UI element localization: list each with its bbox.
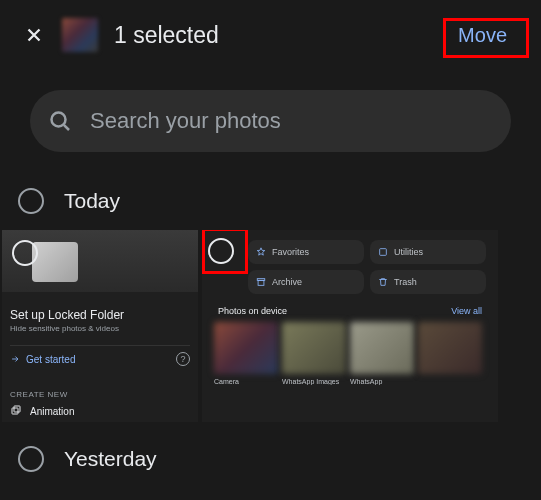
pill-trash[interactable]: Trash: [370, 270, 486, 294]
locked-folder-subtitle: Hide sensitive photos & videos: [10, 324, 190, 333]
pill-utilities[interactable]: Utilities: [370, 240, 486, 264]
device-thumb[interactable]: [418, 322, 482, 374]
svg-rect-3: [380, 249, 387, 256]
svg-rect-2: [14, 406, 20, 412]
device-labels: Camera WhatsApp Images WhatsApp: [208, 374, 492, 389]
create-new-header: CREATE NEW: [2, 390, 198, 399]
close-icon[interactable]: [22, 23, 46, 47]
select-thumb-radio[interactable]: [12, 240, 38, 266]
device-thumb[interactable]: [350, 322, 414, 374]
animation-row[interactable]: Animation: [2, 399, 198, 422]
section-title-today: Today: [64, 189, 120, 213]
move-button[interactable]: Move: [446, 20, 519, 51]
animation-label: Animation: [30, 406, 74, 417]
pill-archive[interactable]: Archive: [248, 270, 364, 294]
help-icon[interactable]: ?: [176, 352, 190, 366]
pill-label: Archive: [272, 277, 302, 287]
library-card-inner: Favorites Utilities Archive Trash Photos…: [202, 230, 498, 395]
photos-on-device-row: Photos on device View all: [208, 304, 492, 322]
section-header-today: Today: [0, 182, 541, 230]
thumbnail-card-locked-folder[interactable]: Set up Locked Folder Hide sensitive phot…: [2, 230, 198, 422]
pill-favorites[interactable]: Favorites: [248, 240, 364, 264]
locked-folder-action-row: Get started ?: [10, 345, 190, 372]
thumbnail-card-library[interactable]: Favorites Utilities Archive Trash Photos…: [202, 230, 498, 422]
pill-label: Favorites: [272, 247, 309, 257]
search-placeholder: Search your photos: [90, 108, 281, 134]
photos-on-device-label: Photos on device: [218, 306, 287, 316]
device-thumb[interactable]: [282, 322, 346, 374]
selected-count-text: 1 selected: [114, 22, 219, 49]
device-label: WhatsApp: [350, 378, 414, 385]
select-all-yesterday-radio[interactable]: [18, 446, 44, 472]
pill-label: Trash: [394, 277, 417, 287]
search-icon: [48, 109, 72, 133]
library-pill-grid: Favorites Utilities Archive Trash: [208, 236, 492, 304]
device-thumb[interactable]: [214, 322, 278, 374]
locked-folder-body: Set up Locked Folder Hide sensitive phot…: [2, 300, 198, 380]
view-all-link[interactable]: View all: [451, 306, 482, 316]
get-started-label: Get started: [26, 354, 75, 365]
svg-rect-1: [12, 408, 18, 414]
device-thumbnails: [208, 322, 492, 374]
svg-point-0: [52, 113, 66, 127]
search-bar[interactable]: Search your photos: [30, 90, 511, 152]
device-label: Camera: [214, 378, 278, 385]
section-header-yesterday: Yesterday: [0, 422, 541, 482]
svg-rect-5: [258, 280, 264, 285]
thumbnail-row: Set up Locked Folder Hide sensitive phot…: [0, 230, 541, 422]
selection-header: 1 selected Move: [0, 0, 541, 70]
select-thumb-radio-2[interactable]: [208, 238, 234, 264]
locked-folder-title: Set up Locked Folder: [10, 308, 190, 322]
pill-label: Utilities: [394, 247, 423, 257]
select-all-today-radio[interactable]: [18, 188, 44, 214]
selected-thumbnail: [62, 18, 98, 52]
section-title-yesterday: Yesterday: [64, 447, 157, 471]
get-started-link[interactable]: Get started: [10, 354, 75, 365]
device-label: WhatsApp Images: [282, 378, 346, 385]
